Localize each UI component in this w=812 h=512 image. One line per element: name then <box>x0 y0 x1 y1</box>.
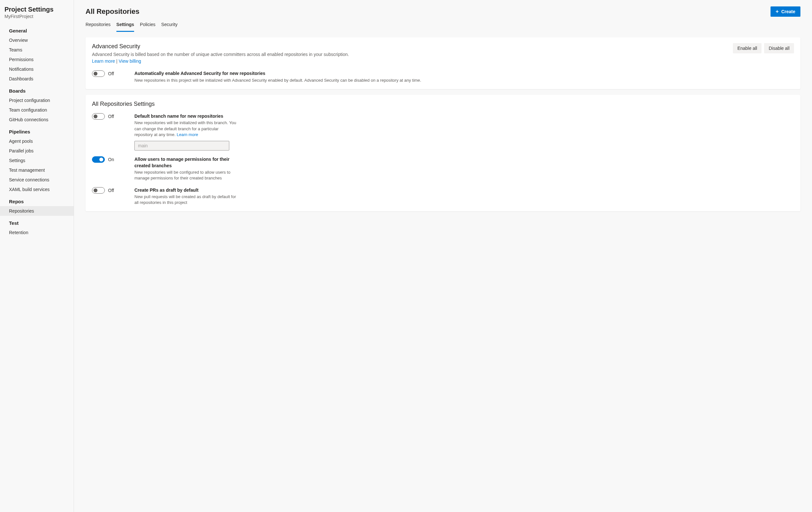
main-header: All Repositories + Create <box>86 6 801 17</box>
draft-pr-toggle[interactable] <box>92 187 105 194</box>
sidebar-item-repositories[interactable]: Repositories <box>0 206 74 216</box>
sidebar-group-title: Boards <box>0 84 74 95</box>
sidebar-item-project-configuration[interactable]: Project configuration <box>0 95 74 105</box>
sidebar-item-service-connections[interactable]: Service connections <box>0 175 74 184</box>
main-content: All Repositories + Create RepositoriesSe… <box>74 0 812 512</box>
all-repositories-settings-title: All Repositories Settings <box>92 101 794 107</box>
sidebar-subtitle[interactable]: MyFirstProject <box>4 14 69 19</box>
tab-policies[interactable]: Policies <box>140 19 155 32</box>
tab-repositories[interactable]: Repositories <box>86 19 111 32</box>
sidebar-title: Project Settings <box>4 6 69 13</box>
sidebar-group-title: Test <box>0 216 74 228</box>
sidebar: Project Settings MyFirstProject GeneralO… <box>0 0 74 512</box>
auto-enable-advanced-security-desc: New repositories in this project will be… <box>135 78 794 83</box>
sidebar-item-overview[interactable]: Overview <box>0 35 74 45</box>
create-button[interactable]: + Create <box>771 6 801 17</box>
sidebar-item-team-configuration[interactable]: Team configuration <box>0 105 74 115</box>
sidebar-item-retention[interactable]: Retention <box>0 228 74 237</box>
sidebar-header: Project Settings MyFirstProject <box>0 6 74 24</box>
disable-all-button[interactable]: Disable all <box>764 43 794 53</box>
sidebar-item-agent-pools[interactable]: Agent pools <box>0 136 74 146</box>
sidebar-item-notifications[interactable]: Notifications <box>0 64 74 74</box>
default-branch-state: Off <box>108 114 114 119</box>
tab-security[interactable]: Security <box>161 19 177 32</box>
advanced-security-desc-text: Advanced Security is billed based on the… <box>92 52 349 57</box>
advanced-security-learn-more-link[interactable]: Learn more <box>92 59 115 64</box>
advanced-security-title: Advanced Security <box>92 43 726 50</box>
default-branch-title: Default branch name for new repositories <box>135 113 237 120</box>
auto-enable-advanced-security-state: Off <box>108 71 114 76</box>
advanced-security-header: Advanced Security Advanced Security is b… <box>92 43 794 65</box>
manage-permissions-state: On <box>108 157 114 162</box>
sidebar-group-title: General <box>0 24 74 35</box>
draft-pr-row: Off Create PRs as draft by default New p… <box>92 187 794 206</box>
default-branch-learn-more-link[interactable]: Learn more <box>177 132 198 137</box>
default-branch-row: Off Default branch name for new reposito… <box>92 113 794 150</box>
sidebar-item-teams[interactable]: Teams <box>0 45 74 55</box>
default-branch-input[interactable] <box>135 141 229 150</box>
sidebar-item-parallel-jobs[interactable]: Parallel jobs <box>0 146 74 156</box>
manage-permissions-desc: New repositories will be configured to a… <box>135 170 237 181</box>
sidebar-item-settings[interactable]: Settings <box>0 156 74 165</box>
all-repositories-settings-card: All Repositories Settings Off Default br… <box>86 95 801 211</box>
sidebar-item-test-management[interactable]: Test management <box>0 165 74 175</box>
sidebar-group-title: Pipelines <box>0 124 74 136</box>
manage-permissions-toggle[interactable] <box>92 156 105 163</box>
manage-permissions-row: On Allow users to manage permissions for… <box>92 156 794 181</box>
enable-all-button[interactable]: Enable all <box>733 43 762 53</box>
plus-icon: + <box>776 9 779 14</box>
auto-enable-advanced-security-title: Automatically enable Advanced Security f… <box>135 70 794 77</box>
sidebar-item-dashboards[interactable]: Dashboards <box>0 74 74 84</box>
default-branch-toggle[interactable] <box>92 113 105 120</box>
draft-pr-state: Off <box>108 188 114 193</box>
tabs: RepositoriesSettingsPoliciesSecurity <box>86 19 801 32</box>
page-title: All Repositories <box>86 7 139 16</box>
view-billing-link[interactable]: View billing <box>119 59 141 64</box>
manage-permissions-title: Allow users to manage permissions for th… <box>135 156 237 169</box>
sidebar-item-github-connections[interactable]: GitHub connections <box>0 115 74 124</box>
auto-enable-advanced-security-toggle[interactable] <box>92 70 105 77</box>
separator: | <box>115 59 119 64</box>
default-branch-desc: New repositories will be initialized wit… <box>135 120 237 138</box>
auto-enable-advanced-security-row: Off Automatically enable Advanced Securi… <box>92 70 794 83</box>
create-button-label: Create <box>781 9 795 14</box>
draft-pr-desc: New pull requests will be created as dra… <box>135 194 237 205</box>
tab-settings[interactable]: Settings <box>116 19 134 32</box>
sidebar-group-title: Repos <box>0 194 74 206</box>
draft-pr-title: Create PRs as draft by default <box>135 187 237 194</box>
sidebar-item-xaml-build-services[interactable]: XAML build services <box>0 184 74 194</box>
advanced-security-desc: Advanced Security is billed based on the… <box>92 51 726 65</box>
advanced-security-card: Advanced Security Advanced Security is b… <box>86 37 801 89</box>
sidebar-item-permissions[interactable]: Permissions <box>0 55 74 64</box>
